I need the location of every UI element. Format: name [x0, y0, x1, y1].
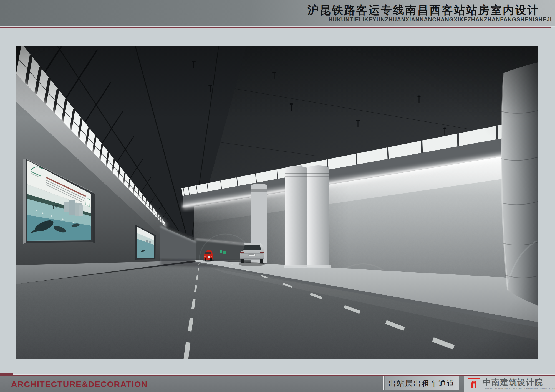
caption-divider	[383, 376, 384, 390]
vignette	[16, 46, 538, 359]
company-panel: 中南建筑设计院 CENTRAL-SOUTH ARCHITECTURAL DESI…	[464, 376, 555, 392]
page-title: 沪昆铁路客运专线南昌西客站站房室内设计 HUKUNTIELIKEYUNZHUAN…	[307, 4, 552, 23]
company-name: 中南建筑设计院	[483, 378, 555, 386]
company-logo-icon	[468, 378, 480, 390]
company-subtitle: CENTRAL-SOUTH ARCHITECTURAL DESIGN INSTI…	[483, 387, 555, 390]
page-title-chinese: 沪昆铁路客运专线南昌西客站站房室内设计	[307, 4, 539, 16]
drawing-caption: 出站层出租车通道	[389, 378, 455, 388]
header-divider-red	[0, 27, 551, 28]
presentation-board: { "header": { "title": "沪昆铁路客运专线南昌西客站站房室…	[0, 0, 555, 392]
company-text: 中南建筑设计院 CENTRAL-SOUTH ARCHITECTURAL DESI…	[483, 378, 555, 390]
brand-wordmark: ARCHITECTURE&DECORATION	[11, 376, 148, 392]
tunnel-rendering	[16, 46, 538, 359]
drawing-caption-panel: 出站层出租车通道	[385, 376, 459, 390]
rendering-image	[16, 46, 538, 359]
footer-divider-stub	[0, 373, 13, 376]
page-title-pinyin: HUKUNTIELIKEYUNZHUANXIANNANCHANGXIKEZHAN…	[329, 16, 552, 23]
